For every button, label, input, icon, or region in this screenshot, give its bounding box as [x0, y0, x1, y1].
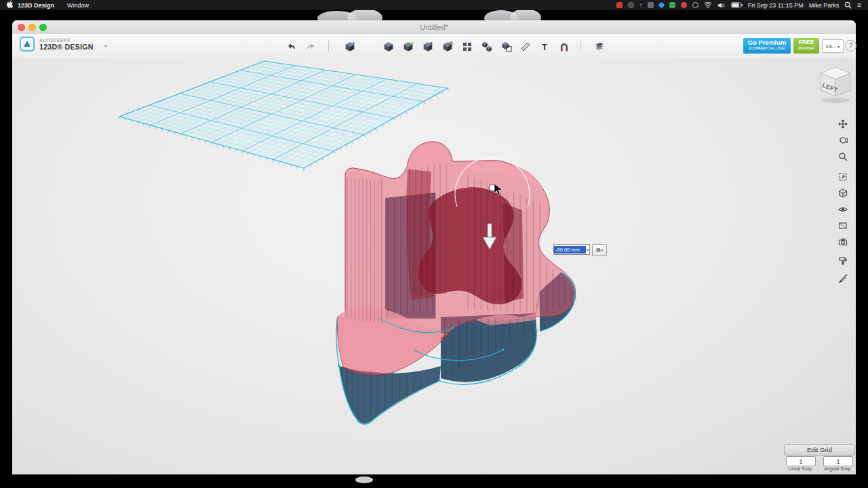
menubar-app-name[interactable]: 123D Design: [18, 2, 54, 9]
zoom-button[interactable]: [835, 149, 850, 164]
hide-sketch-icon: [838, 274, 848, 283]
apple-icon: [6, 0, 14, 9]
sketch-tool-button[interactable]: [401, 40, 415, 54]
grouping-tool-button[interactable]: [480, 40, 494, 54]
primitives-tool-button[interactable]: [382, 40, 395, 54]
angular-snap-label: Angular Snap: [821, 466, 854, 471]
construct-icon: [422, 41, 433, 52]
transform-icon: [344, 41, 355, 52]
pattern-tool-button[interactable]: [460, 40, 474, 54]
sketch-grid[interactable]: [119, 61, 449, 171]
toolbar-separator: [328, 41, 329, 52]
menubar-status-icon-green-square[interactable]: [669, 2, 675, 8]
screen: 123D Design Window ↑ Fri Sep 23 11:15 PM…: [0, 0, 868, 488]
go-premium-label: Go Premium: [743, 38, 791, 46]
scene-svg: [12, 58, 856, 474]
sketch-icon: [403, 41, 414, 52]
undo-button[interactable]: [285, 40, 298, 54]
chevron-down-icon: ▾: [586, 247, 589, 252]
app-menu-chevron-icon[interactable]: ⌄: [103, 41, 108, 48]
menubar-status-icon-sync[interactable]: [658, 2, 665, 9]
wifi-icon[interactable]: [704, 2, 712, 9]
pattern-icon: [462, 41, 473, 52]
menubar-status-icon-up-arrow[interactable]: ↑: [639, 2, 642, 8]
edit-grid-label: Edit Grid: [807, 446, 832, 453]
apple-menu[interactable]: [6, 0, 14, 10]
notification-center-icon[interactable]: ≡: [857, 1, 861, 9]
free-label: FREE: [793, 38, 819, 46]
linear-snap-label: Linear Snap: [784, 466, 816, 471]
app-logo[interactable]: AUTODESK® 123D® DESIGN ⌄: [19, 36, 108, 52]
zoom-icon: [838, 152, 848, 161]
fit-view-icon: [838, 172, 848, 182]
redo-icon: [305, 41, 316, 52]
menubar-status-icon-red-badge[interactable]: [681, 2, 687, 8]
product-wordmark: 123D® DESIGN: [39, 43, 94, 51]
macos-menubar: 123D Design Window ↑ Fri Sep 23 11:15 PM…: [0, 0, 868, 10]
primitives-icon: [383, 41, 394, 52]
account-dropdown[interactable]: mb... ▾: [822, 39, 844, 53]
extrude-options-button[interactable]: ▤ ▾: [592, 244, 607, 256]
menubar-status-icon-gray-square[interactable]: [648, 2, 654, 8]
viewport[interactable]: -50.00 mm ▾ ▤ ▾ LEFT: [12, 58, 856, 474]
shaded-view-button[interactable]: [835, 186, 850, 201]
redo-button[interactable]: [304, 40, 317, 54]
combine-tool-button[interactable]: [500, 40, 513, 54]
app-toolbar: AUTODESK® 123D® DESIGN ⌄: [12, 34, 856, 59]
orbit-button[interactable]: [835, 133, 850, 148]
visibility-button[interactable]: [835, 202, 850, 217]
commercial-use-label: (COMMERCIAL USE): [743, 46, 791, 50]
pan-button[interactable]: [835, 117, 850, 131]
menubar-status-icon-red-square[interactable]: [616, 2, 623, 8]
spotlight-search-icon[interactable]: [844, 1, 852, 9]
extrude-value-popup[interactable]: -50.00 mm ▾ ▤ ▾: [553, 244, 607, 256]
snap-icon: [559, 41, 570, 52]
battery-icon[interactable]: [731, 2, 743, 8]
linear-snap-input[interactable]: [786, 456, 816, 466]
snap-tool-button[interactable]: [557, 40, 571, 54]
options-grid-icon: ▤: [596, 247, 601, 253]
volume-icon[interactable]: [717, 2, 726, 9]
grouping-icon: [481, 41, 492, 52]
letterbox-bottom: [0, 474, 868, 488]
shaded-view-icon: [838, 188, 848, 198]
camera-icon: [838, 237, 848, 247]
transform-tool-button[interactable]: [343, 40, 357, 54]
measure-tool-button[interactable]: [519, 40, 532, 54]
angular-snap-input[interactable]: [823, 456, 853, 466]
edit-grid-button[interactable]: Edit Grid: [784, 444, 855, 455]
chevron-down-icon: ▾: [601, 248, 604, 252]
menubar-item-window[interactable]: Window: [67, 2, 89, 9]
help-button[interactable]: ?: [845, 40, 856, 52]
account-name: mb...: [826, 44, 837, 49]
screenshot-button[interactable]: [835, 235, 850, 249]
combine-icon: [501, 41, 512, 52]
window-titlebar[interactable]: Untitled*: [12, 20, 856, 35]
measure-icon: [520, 41, 531, 52]
autodesk-wordmark: AUTODESK®: [39, 38, 94, 43]
fit-view-button[interactable]: [835, 169, 850, 184]
text-tool-button[interactable]: T: [538, 40, 551, 54]
orbit-icon: [838, 136, 848, 145]
extrude-value: -50.00 mm: [554, 246, 586, 253]
menubar-status-icon-outline-circle[interactable]: [692, 2, 698, 8]
menubar-clock[interactable]: Fri Sep 23 11:15 PM: [748, 2, 804, 9]
modify-tool-button[interactable]: [441, 40, 454, 54]
pan-icon: [838, 119, 848, 129]
wallpaper-cloud: [355, 476, 373, 483]
materials-icon: [594, 41, 605, 52]
toolbar-separator: [580, 41, 581, 52]
materials-tool-button[interactable]: [593, 40, 606, 54]
go-premium-button[interactable]: Go Premium (COMMERCIAL USE): [743, 38, 791, 54]
materials-view-button[interactable]: [835, 253, 850, 268]
sketch-visibility-button[interactable]: [835, 271, 850, 286]
app-window: Untitled* AUTODESK® 123D® DESIGN ⌄: [12, 20, 856, 474]
text-tool-icon: T: [542, 42, 547, 52]
construct-tool-button[interactable]: [421, 40, 435, 54]
eye-icon: [838, 205, 848, 214]
view-cube[interactable]: LEFT: [811, 61, 856, 108]
menubar-user[interactable]: Mike Parks: [809, 2, 840, 9]
menubar-status-icon-circle[interactable]: [628, 2, 634, 8]
hidden-edges-button[interactable]: [835, 218, 850, 233]
extrude-value-input[interactable]: -50.00 mm ▾: [553, 244, 590, 255]
